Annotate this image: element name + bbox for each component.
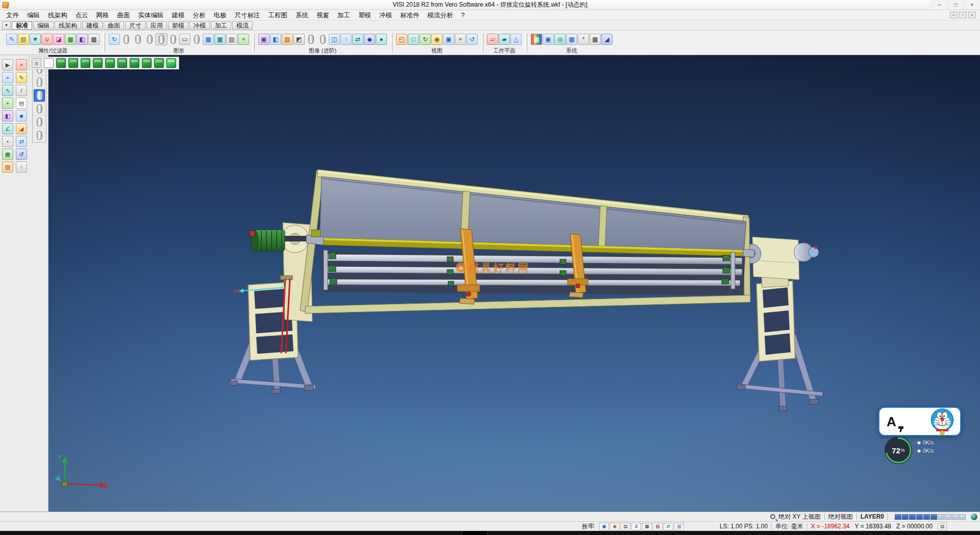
move-icon[interactable]: + [2, 98, 13, 109]
workplane-3points-icon[interactable]: △ [510, 34, 522, 45]
screen-icon[interactable]: ▥ [674, 523, 684, 530]
knife-icon[interactable]: / [16, 85, 27, 96]
attribute-copy-icon[interactable]: ▤ [18, 34, 29, 45]
lock-toggle[interactable]: 拴牢 [582, 522, 594, 531]
tab-塑模[interactable]: 塑模 [168, 21, 188, 30]
view-mode-label[interactable]: 绝对 XY 上视图 [778, 513, 820, 521]
menu-item-工程图[interactable]: 工程图 [264, 10, 292, 20]
previous-view-icon[interactable]: ↺ [467, 34, 478, 45]
point-icon[interactable]: • [2, 136, 13, 147]
view-back-icon[interactable] [81, 58, 90, 68]
section-view-icon[interactable] [34, 129, 45, 141]
palette-icon[interactable]: ▨ [2, 161, 13, 173]
menu-item-标准件[interactable]: 标准件 [396, 10, 424, 20]
viewport-3d[interactable]: 模具好料网 Y X A [48, 55, 980, 512]
zoom-segment[interactable] [909, 514, 916, 520]
export-icon[interactable]: ↑ [16, 161, 27, 173]
sheet-icon[interactable]: ▤ [16, 98, 27, 109]
undo-icon[interactable]: ↺ [16, 149, 27, 160]
camera-view-icon[interactable]: ▣ [443, 34, 454, 45]
measure-icon[interactable]: ∠ [2, 123, 13, 134]
menu-item-冲模[interactable]: 冲模 [375, 10, 396, 20]
tab-加工[interactable]: 加工 [211, 21, 231, 30]
menu-item-?[interactable]: ? [457, 10, 469, 20]
menu-item-电极[interactable]: 电极 [210, 10, 231, 20]
grid-settings-icon[interactable]: ▩ [590, 34, 601, 45]
zoom-segment[interactable] [930, 514, 937, 520]
view-iso-icon[interactable] [56, 58, 66, 68]
layer-table-icon[interactable]: ▦ [214, 34, 226, 45]
sketch-icon[interactable]: ✎ [16, 72, 27, 83]
trim-icon[interactable]: × [16, 59, 27, 70]
mask-icon[interactable]: ▨ [653, 523, 663, 530]
magnet-icon[interactable]: ∪ [41, 34, 53, 45]
filter-icon[interactable]: ▼ [30, 34, 41, 45]
light-icon[interactable]: ◉ [431, 34, 443, 45]
database-table-icon[interactable]: ▦ [566, 34, 577, 45]
view-bottom-icon[interactable] [130, 58, 139, 68]
window-layout-icon[interactable]: ▦ [531, 34, 542, 45]
menu-item-分析[interactable]: 分析 [189, 10, 210, 20]
scale-label[interactable]: LS: 1.00 PS: 1.00 [720, 523, 768, 530]
absolute-view-label[interactable]: 绝对视图 [828, 513, 853, 521]
taskbar-strip[interactable] [0, 531, 980, 535]
menu-item-网格[interactable]: 网格 [92, 10, 113, 20]
mdi-close-button[interactable]: × [968, 12, 976, 18]
plugins-icon[interactable]: * [578, 34, 589, 45]
color-filter-icon[interactable]: ◧ [77, 34, 88, 45]
zoom-segment[interactable] [945, 514, 951, 520]
list-view-icon[interactable]: ▤ [226, 34, 237, 45]
zoom-segment[interactable] [916, 514, 923, 520]
array-icon[interactable]: ▦ [2, 149, 13, 160]
transparent-view-icon[interactable] [34, 116, 45, 128]
hidden-line-display-icon[interactable] [132, 34, 143, 45]
shaded-view-icon[interactable] [34, 89, 45, 102]
view-left-icon[interactable] [93, 58, 103, 68]
view-right-icon[interactable] [105, 58, 115, 68]
view-shaded-icon[interactable] [166, 58, 176, 68]
battery-ring[interactable]: 72% [884, 435, 913, 465]
curve-icon[interactable]: ∿ [2, 85, 13, 96]
snap-point-icon[interactable]: + [2, 72, 13, 83]
menu-item-尺寸标注[interactable]: 尺寸标注 [231, 10, 264, 20]
tab-应用[interactable]: 应用 [146, 21, 167, 30]
zoom-segments[interactable] [895, 514, 966, 520]
taskbar-nub[interactable] [462, 531, 487, 535]
capture-icon[interactable]: ◉ [610, 523, 620, 530]
zoom-window-icon[interactable]: ◰ [396, 34, 407, 45]
pan-view-icon[interactable]: + [455, 34, 466, 45]
tab-编辑[interactable]: 编辑 [33, 21, 54, 30]
toolbar-handle-icon[interactable]: ≡ [32, 58, 41, 68]
attribute-table-icon[interactable]: ▦ [203, 34, 214, 45]
units-label[interactable]: 单位: 毫米 [775, 522, 803, 531]
hidden-line-view-icon[interactable] [34, 76, 45, 88]
grid-icon[interactable]: ▦ [642, 523, 652, 530]
display-settings-icon[interactable]: + [238, 34, 249, 45]
rendered-view-icon[interactable] [34, 103, 45, 115]
count-badge[interactable]: 2 [631, 523, 641, 530]
solid-box-icon[interactable]: ■ [16, 110, 27, 121]
globe-icon[interactable]: ◎ [554, 34, 566, 45]
shaded-display-icon[interactable] [144, 34, 155, 45]
grid-corner-icon[interactable]: ▤ [938, 523, 947, 530]
element-filter-icon[interactable]: ▩ [88, 34, 100, 45]
view-dynamic-icon[interactable] [154, 58, 164, 68]
menu-item-实体编辑[interactable]: 实体编辑 [134, 10, 168, 20]
wireframe-cube-icon[interactable] [44, 58, 54, 68]
wireframe-display-icon[interactable] [120, 34, 132, 45]
view-front-icon[interactable] [68, 58, 78, 68]
menu-item-点云[interactable]: 点云 [71, 10, 92, 20]
raise-quality-icon[interactable]: ↑ [340, 34, 352, 45]
zoom-segment[interactable] [902, 514, 909, 520]
gem-render-icon[interactable]: ◆ [364, 34, 375, 45]
sphere-render-icon[interactable]: ● [376, 34, 387, 45]
lock-monitor-icon[interactable]: ▣ [599, 523, 609, 530]
tab-尺寸[interactable]: 尺寸 [125, 21, 145, 30]
tab-dropdown-button[interactable]: ▼ [2, 21, 11, 30]
corner-icon[interactable]: ◢ [16, 123, 27, 134]
tab-模流[interactable]: 模流 [232, 21, 253, 30]
floating-widget[interactable]: A [878, 407, 968, 469]
section-display-icon[interactable] [191, 34, 202, 45]
box-display-icon[interactable]: ▭ [179, 34, 190, 45]
globe-status-icon[interactable] [971, 514, 977, 520]
